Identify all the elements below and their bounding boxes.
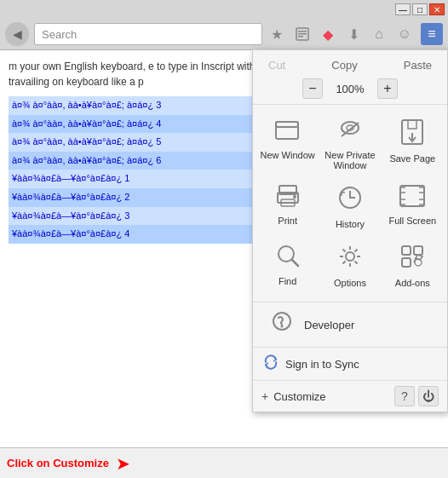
- svg-point-14: [293, 195, 296, 199]
- find-label: Find: [279, 276, 296, 286]
- bottom-bar: Click on Customize ➤: [0, 447, 448, 478]
- svg-line-24: [342, 250, 345, 252]
- add-ons-icon: [399, 243, 426, 274]
- new-window-label: New Window: [261, 150, 315, 160]
- new-window-item[interactable]: New Window: [256, 112, 319, 177]
- svg-line-26: [354, 250, 357, 252]
- history-icon: [336, 184, 364, 216]
- new-private-window-icon: [336, 118, 364, 147]
- svg-rect-1: [298, 31, 307, 32]
- customize-button[interactable]: + Customize: [261, 389, 326, 403]
- options-label: Options: [334, 278, 366, 288]
- svg-point-33: [281, 325, 284, 328]
- full-screen-icon: [399, 184, 426, 212]
- reader-icon[interactable]: [293, 25, 312, 43]
- developer-item[interactable]: Developer: [253, 306, 447, 343]
- svg-point-19: [346, 252, 354, 261]
- options-item[interactable]: Options: [319, 236, 381, 295]
- full-screen-label: Full Screen: [389, 216, 437, 226]
- save-page-item[interactable]: Save Page: [382, 112, 444, 177]
- zoom-out-button[interactable]: −: [302, 78, 323, 99]
- svg-rect-30: [402, 258, 411, 267]
- paste-button[interactable]: Paste: [397, 55, 439, 75]
- svg-point-6: [342, 122, 359, 134]
- cust-icons: ? ⏻: [394, 386, 439, 406]
- nav-bar: ◀ Search ★ ◆ ⬇ ⌂ ☺ ≡: [0, 19, 448, 49]
- svg-rect-28: [402, 246, 411, 255]
- sync-label: Sign in to Sync: [285, 358, 359, 371]
- arrow-icon: ➤: [116, 453, 130, 474]
- icon-grid: New Window New PrivateWindow: [253, 105, 447, 302]
- history-label: History: [336, 219, 365, 229]
- click-label: Click on Customize: [7, 457, 109, 469]
- svg-line-25: [354, 262, 357, 264]
- copy-button[interactable]: Copy: [325, 55, 364, 75]
- print-icon: [274, 184, 302, 212]
- search-bar[interactable]: Search: [34, 23, 262, 45]
- save-page-icon: [400, 118, 424, 150]
- customize-label: Customize: [273, 390, 325, 403]
- download-icon[interactable]: ⬇: [344, 25, 363, 43]
- close-button[interactable]: ✕: [429, 3, 445, 15]
- options-icon: [336, 243, 364, 274]
- new-private-window-item[interactable]: New PrivateWindow: [319, 112, 381, 177]
- find-item[interactable]: Find: [256, 236, 319, 295]
- zoom-in-button[interactable]: +: [377, 78, 398, 99]
- smiley-icon[interactable]: ☺: [395, 25, 414, 43]
- dropdown-menu: Cut Copy Paste − 100% + New Window: [252, 49, 448, 412]
- bookmark-icon[interactable]: ★: [267, 25, 286, 43]
- add-ons-item[interactable]: Add-ons: [382, 236, 444, 295]
- svg-line-18: [292, 260, 298, 266]
- svg-rect-3: [298, 36, 303, 37]
- minimize-button[interactable]: —: [395, 3, 411, 15]
- edit-section: Cut Copy Paste − 100% +: [253, 50, 447, 105]
- search-text: Search: [42, 28, 77, 41]
- sync-icon: [263, 354, 279, 373]
- sync-row[interactable]: Sign in to Sync: [253, 348, 447, 381]
- cut-button[interactable]: Cut: [261, 55, 292, 75]
- save-page-label: Save Page: [389, 153, 435, 164]
- svg-rect-29: [414, 246, 422, 255]
- pocket-icon[interactable]: ◆: [319, 25, 337, 43]
- add-ons-label: Add-ons: [395, 278, 430, 288]
- history-item[interactable]: History: [319, 177, 381, 236]
- back-button[interactable]: ◀: [5, 22, 29, 46]
- customize-row: + Customize ? ⏻: [253, 381, 447, 412]
- find-icon: [275, 243, 301, 273]
- svg-rect-16: [400, 186, 424, 206]
- new-private-window-label: New PrivateWindow: [325, 150, 375, 170]
- svg-line-27: [342, 262, 345, 264]
- title-bar: — □ ✕: [0, 0, 448, 19]
- svg-rect-5: [276, 122, 298, 127]
- plus-icon: +: [261, 389, 268, 403]
- new-window-icon: [274, 118, 302, 147]
- menu-button[interactable]: ≡: [421, 23, 443, 45]
- power-button[interactable]: ⏻: [418, 386, 439, 406]
- svg-rect-2: [298, 33, 307, 35]
- print-item[interactable]: Print: [256, 177, 319, 236]
- home-icon[interactable]: ⌂: [370, 25, 388, 43]
- nav-icons: ★ ◆ ⬇ ⌂ ☺ ≡: [267, 23, 443, 45]
- svg-rect-4: [276, 122, 298, 139]
- developer-label: Developer: [304, 319, 354, 331]
- help-button[interactable]: ?: [394, 386, 415, 406]
- zoom-value: 100%: [333, 83, 367, 95]
- full-screen-item[interactable]: Full Screen: [382, 177, 444, 236]
- svg-point-31: [415, 259, 422, 266]
- maximize-button[interactable]: □: [412, 3, 428, 15]
- developer-icon: [270, 309, 294, 337]
- print-label: Print: [278, 216, 297, 226]
